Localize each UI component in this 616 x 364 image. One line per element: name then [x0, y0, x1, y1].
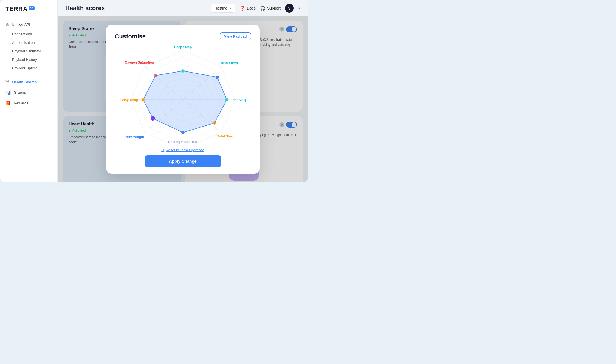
support-label: Support	[267, 6, 281, 10]
headset-icon: 🎧	[260, 6, 265, 11]
user-avatar[interactable]: V	[285, 4, 294, 13]
modal-footer: ↺ Reset to Terra Optimsed Apply Change	[115, 148, 251, 167]
question-icon: ❓	[240, 6, 245, 11]
apply-change-button[interactable]: Apply Change	[145, 155, 221, 167]
sidebar-item-label: Health Scores	[12, 80, 37, 84]
sidebar-item-label: Graphs	[14, 90, 26, 94]
env-selector[interactable]: Testing ▾	[211, 4, 235, 13]
sidebar-item-unified-api[interactable]: ⊕ Unified API	[0, 19, 57, 30]
env-label: Testing	[215, 6, 227, 10]
chevron-down-icon: ▾	[230, 6, 231, 10]
content-area: Sleep Score Activated Create sleep score…	[58, 16, 308, 182]
docs-label: Docs	[247, 6, 256, 10]
sidebar-section-health: % Health Scores 📊 Graphs 🎁 Rewards	[0, 77, 57, 113]
customise-modal: Customise View Payload	[106, 25, 260, 174]
svg-text:Light Sleep: Light Sleep	[230, 98, 246, 102]
dot-hrv-weight	[151, 116, 155, 121]
health-scores-icon: %	[5, 79, 9, 84]
reset-link[interactable]: ↺ Reset to Terra Optimsed	[161, 148, 204, 152]
sidebar-item-rewards[interactable]: 🎁 Rewards	[0, 98, 57, 108]
modal-header: Customise View Payload	[115, 32, 251, 40]
sidebar: TERRA API ⊕ Unified API Connections Auth…	[0, 0, 58, 182]
view-payload-button[interactable]: View Payload	[220, 32, 251, 40]
sidebar-item-graphs[interactable]: 📊 Graphs	[0, 87, 57, 98]
svg-text:Resting Heart Rate: Resting Heart Rate	[168, 140, 198, 144]
sidebar-item-label: Unified API	[12, 22, 30, 27]
user-menu-chevron[interactable]: ▾	[298, 6, 300, 11]
sidebar-section-api: ⊕ Unified API Connections Authentication…	[0, 19, 57, 77]
dot-resting-hr	[181, 131, 185, 134]
svg-text:Total Sleep: Total Sleep	[217, 134, 234, 138]
logo-text: TERRA	[5, 5, 28, 13]
main-content: Health scores Testing ▾ ❓ Docs 🎧 Support…	[58, 0, 308, 182]
docs-button[interactable]: ❓ Docs	[240, 6, 256, 11]
logo-badge: API	[29, 6, 35, 10]
svg-text:HRV Weight: HRV Weight	[125, 135, 144, 139]
graphs-icon: 📊	[5, 90, 11, 95]
svg-text:REM Sleep: REM Sleep	[221, 61, 238, 65]
svg-text:Oxygen Saturation: Oxygen Saturation	[125, 61, 154, 64]
modal-title: Customise	[115, 33, 146, 40]
support-button[interactable]: 🎧 Support	[260, 6, 281, 11]
svg-text:Deep Sleep: Deep Sleep	[174, 45, 192, 49]
radar-chart[interactable]: Deep Sleep REM Sleep Light Sleep Total S…	[115, 45, 251, 144]
modal-overlay: Customise View Payload	[58, 16, 308, 182]
svg-text:Body Temp: Body Temp	[120, 98, 138, 102]
dot-oxygen-sat	[154, 74, 157, 77]
sidebar-item-payload-simulator[interactable]: Payload Simulator	[0, 47, 57, 55]
dot-total-sleep	[213, 121, 216, 125]
rewards-icon: 🎁	[5, 101, 11, 106]
sidebar-item-connections[interactable]: Connections	[0, 30, 57, 38]
sidebar-item-payload-history[interactable]: Payload History	[0, 55, 57, 64]
unified-api-icon: ⊕	[5, 22, 9, 27]
dot-deep-sleep	[181, 69, 185, 73]
logo: TERRA API	[0, 5, 57, 19]
page-title: Health scores	[65, 5, 207, 12]
sidebar-item-provider-uptime[interactable]: Provider Uptime	[0, 64, 57, 72]
dot-rem-sleep	[216, 76, 219, 79]
sidebar-item-label: Rewards	[14, 101, 28, 105]
reset-label: Reset to Terra Optimsed	[166, 148, 204, 152]
topbar: Health scores Testing ▾ ❓ Docs 🎧 Support…	[58, 0, 308, 16]
sidebar-item-health-scores[interactable]: % Health Scores	[0, 77, 57, 87]
radar-svg: Deep Sleep REM Sleep Light Sleep Total S…	[120, 45, 246, 144]
sidebar-item-authentication[interactable]: Authentication	[0, 38, 57, 47]
dot-body-temp	[142, 98, 145, 101]
dot-light-sleep	[225, 98, 228, 101]
reset-icon: ↺	[161, 148, 164, 152]
